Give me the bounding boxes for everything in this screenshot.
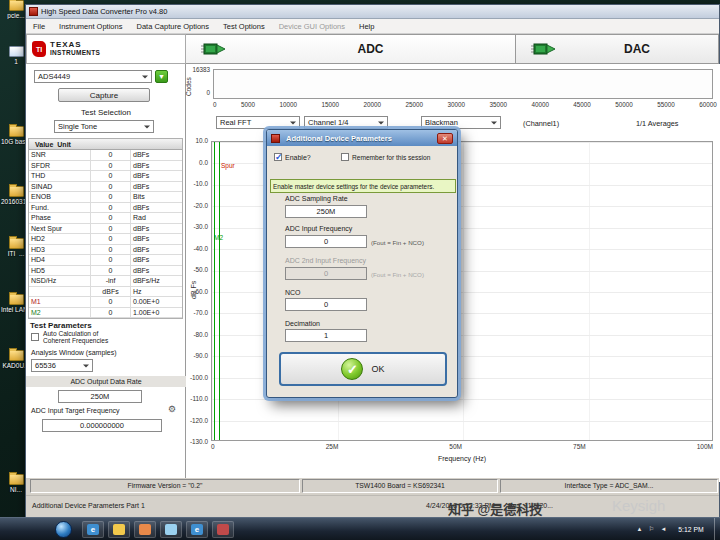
taskbar-icon[interactable] [212,521,234,538]
menu-item[interactable]: Data Capture Options [129,19,216,34]
device-select[interactable]: ADS4449 [34,70,152,83]
auto-calc-checkbox[interactable] [31,333,39,341]
show-desktop-button[interactable] [714,518,718,540]
table-row[interactable]: NSD/Hz -inf dBFs/Hz [29,276,182,287]
remember-checkbox[interactable] [341,153,349,161]
analysis-window-label: Analysis Window (samples) [31,349,117,356]
x-tick: 60000 [699,101,717,108]
metric-unit: Rad [131,213,180,223]
capture-button[interactable]: Capture [58,88,150,102]
firmware-status: Firmware Version = "0.2" [30,479,300,493]
y-tick: -90.0 [193,352,208,359]
y-tick: -110.0 [190,395,208,402]
taskbar-icon[interactable] [134,521,156,538]
output-rate-field[interactable]: 250M [58,390,142,403]
folder-icon [9,46,24,57]
tray-icon[interactable]: ◄ [659,525,668,534]
dialog-icon [271,134,280,143]
metric-name: HD4 [29,255,91,265]
table-row[interactable]: M1 0 0.00E+0 [29,297,182,308]
taskbar-icon[interactable] [160,521,182,538]
dialog-title-bar[interactable]: Additional Device Parameters ✕ [267,130,457,146]
codes-plot[interactable] [213,69,713,99]
metric-value: 0 [91,192,131,202]
test-mode-select[interactable]: Single Tone [54,120,154,133]
averages-label: 1/1 Averages [636,119,678,128]
marker-m1-line[interactable] [214,142,215,440]
table-row[interactable]: HD3 0 dBFs [29,245,182,256]
decimation-field[interactable]: 1 [285,329,367,342]
window-title: High Speed Data Converter Pro v4.80 [41,7,167,16]
title-bar[interactable]: High Speed Data Converter Pro v4.80 [26,5,719,19]
table-row[interactable]: M2 0 1.00E+0 [29,308,182,319]
ok-label: OK [371,364,384,374]
table-row[interactable]: Fund. 0 dBFs [29,203,182,214]
menu-item[interactable]: File [26,19,52,34]
input-frequency-label: ADC Input Frequency [285,225,352,232]
device-download-button[interactable]: ▼ [155,70,168,83]
table-row[interactable]: dBFs Hz [29,287,182,298]
table-row[interactable]: HD4 0 dBFs [29,255,182,266]
adc-chip-icon [200,41,226,57]
table-row[interactable]: HD2 0 dBFs [29,234,182,245]
table-row[interactable]: SNR 0 dBFs [29,150,182,161]
marker-m2-line[interactable] [219,142,220,440]
table-row[interactable]: Phase 0 Rad [29,213,182,224]
menu-item[interactable]: Help [352,19,381,34]
sampling-rate-field[interactable]: 250M [285,205,367,218]
taskbar-icon[interactable]: e [82,521,104,538]
table-row[interactable]: ENOB 0 Bits [29,192,182,203]
metric-value: 0 [91,255,131,265]
input2-frequency-field: 0 [285,267,367,280]
tab-adc-label: ADC [226,42,515,56]
tab-dac[interactable]: DAC [516,34,719,64]
y-tick: -10.0 [193,180,208,187]
analysis-window-select[interactable]: 65536 [31,359,93,372]
tray-icon[interactable]: ⚐ [647,525,656,534]
y-tick: -120.0 [190,417,208,424]
table-row[interactable]: Next Spur 0 dBFs [29,224,182,235]
ok-button[interactable]: ✓ OK [279,352,447,386]
nco-field[interactable]: 0 [285,298,367,311]
x-tick: 35000 [489,101,507,108]
menu-item[interactable]: Test Options [216,19,272,34]
metric-value: 0 [91,171,131,181]
metric-unit: dBFs [131,171,180,181]
enable-checkbox[interactable] [274,153,282,161]
dialog-title: Additional Device Parameters [286,134,392,143]
channel-select[interactable]: Channel 1/4 [304,116,388,129]
dialog-close-icon[interactable]: ✕ [437,133,453,144]
taskbar-icon[interactable]: e [186,521,208,538]
auto-calc-label: Auto Calculation of Coherent Frequencies [43,330,108,344]
table-row[interactable]: SFDR 0 dBFs [29,161,182,172]
menu-item[interactable]: Instrument Options [52,19,129,34]
y-tick: -40.0 [193,245,208,252]
table-row[interactable]: SINAD 0 dBFs [29,182,182,193]
window-fn-select[interactable]: Blackman [421,116,501,129]
taskbar-icon[interactable] [108,521,130,538]
start-button[interactable] [55,521,72,538]
brand-text: TEXAS INSTRUMENTS [50,41,100,57]
fft-xlabel: Frequency (Hz) [211,455,713,462]
tray-icon[interactable]: ▲ [635,525,644,534]
metric-unit: dBFs [131,234,180,244]
menu-item[interactable]: Device GUI Options [272,19,352,34]
metric-value: 0 [91,224,131,234]
sampling-rate-label: ADC Sampling Rate [285,195,348,202]
table-row[interactable]: THD 0 dBFs [29,171,182,182]
table-row[interactable]: HD5 0 dBFs [29,266,182,277]
gear-icon[interactable]: ⚙ [168,405,176,414]
app-glyph-icon: e [191,524,203,535]
metric-name: Fund. [29,203,91,213]
target-frequency-field[interactable]: 0.000000000 [42,419,162,432]
tab-adc[interactable]: ADC [186,34,516,64]
folder-icon [9,474,24,485]
watermark-cn: 知乎 @是德科技 [448,499,542,518]
metric-name: SNR [29,150,91,160]
column-header[interactable]: Unit [55,139,73,149]
fft-type-select[interactable]: Real FFT [216,116,300,129]
column-header[interactable]: Value [33,139,55,149]
input-frequency-field[interactable]: 0 [285,235,367,248]
status-message: Additional Device Parameters Part 1 [32,496,145,516]
taskbar-clock[interactable]: 5:12 PM [671,526,711,533]
